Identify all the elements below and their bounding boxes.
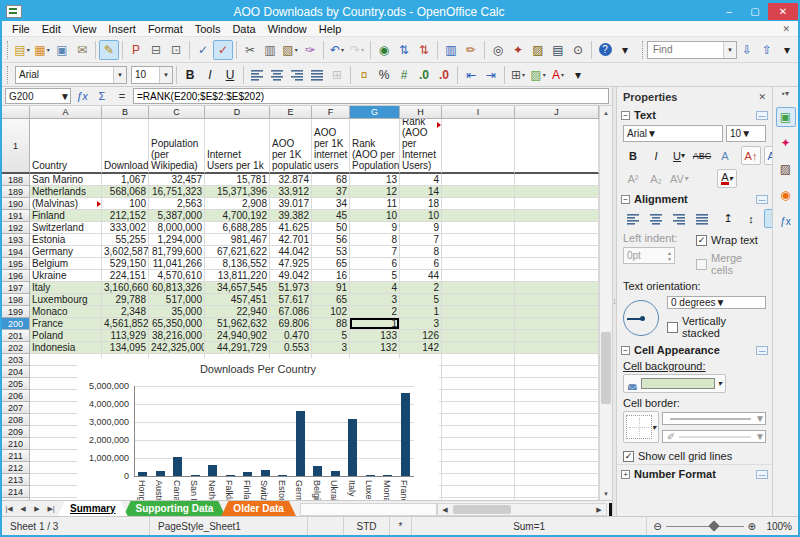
cell-C189[interactable]: 16,751,323: [149, 186, 205, 198]
cell-C199[interactable]: 35,000: [149, 306, 205, 318]
align-right-button[interactable]: [287, 65, 307, 85]
cell-J207[interactable]: [515, 402, 599, 414]
cell-F192[interactable]: 50: [312, 222, 350, 234]
cell-C188[interactable]: 32,457: [149, 174, 205, 186]
cell-A189[interactable]: Netherlands: [30, 186, 102, 198]
cell-F194[interactable]: 53: [312, 246, 350, 258]
cell-A192[interactable]: Switzerland: [30, 222, 102, 234]
cell-E200[interactable]: 69.806: [270, 318, 312, 330]
delete-decimal-place-button[interactable]: .0: [434, 65, 454, 85]
cell-D194[interactable]: 67,621,622: [205, 246, 270, 258]
embedded-chart[interactable]: Downloads Per Country5,000,0004,000,0003…: [77, 358, 439, 500]
styles-tab[interactable]: ✦: [776, 133, 796, 153]
sidebar-underline-button[interactable]: U▾: [669, 146, 689, 165]
cell-H201[interactable]: 126: [400, 330, 442, 342]
last-sheet-button[interactable]: ▶|: [44, 502, 58, 516]
vertically-stacked-checkbox[interactable]: Vertically stacked: [667, 315, 766, 339]
cell-F1[interactable]: AOO per 1K internet users: [312, 119, 350, 174]
italic-button[interactable]: I: [200, 65, 220, 85]
cell-C201[interactable]: 38,216,000: [149, 330, 205, 342]
cell-A190[interactable]: (Malvinas): [30, 198, 102, 210]
cell-I195[interactable]: [442, 258, 515, 270]
cell-D198[interactable]: 457,451: [205, 294, 270, 306]
cell-J213[interactable]: [515, 474, 599, 486]
close-document-icon[interactable]: ✕: [782, 24, 794, 34]
cell-J197[interactable]: [515, 282, 599, 294]
cell-J201[interactable]: [515, 330, 599, 342]
cell-H191[interactable]: 10: [400, 210, 442, 222]
cell-B188[interactable]: 1,067: [102, 174, 149, 186]
sidebar-italic-button[interactable]: I: [646, 146, 666, 165]
copy-button[interactable]: ▥: [260, 40, 280, 60]
row-header-200[interactable]: 200: [2, 318, 30, 330]
cell-I209[interactable]: [442, 426, 515, 438]
cell-H202[interactable]: 142: [400, 342, 442, 354]
row-header-209[interactable]: 209: [2, 426, 30, 438]
cell-J198[interactable]: [515, 294, 599, 306]
cell-I210[interactable]: [442, 438, 515, 450]
minimize-button[interactable]: –: [716, 3, 742, 20]
gallery-tab[interactable]: ▨: [776, 159, 796, 179]
cell-D197[interactable]: 34,657,545: [205, 282, 270, 294]
column-header-A[interactable]: A: [30, 106, 102, 119]
draw-functions-button[interactable]: ✏: [461, 40, 481, 60]
cell-D188[interactable]: 15,781: [205, 174, 270, 186]
find-dropdown-icon[interactable]: ▼: [723, 42, 736, 58]
selection-mode-indicator[interactable]: STD: [344, 517, 390, 535]
horizontal-scroll-thumb[interactable]: [453, 505, 511, 514]
decrease-font-button[interactable]: A↓: [764, 146, 772, 165]
cell-J214[interactable]: [515, 486, 599, 498]
menu-insert[interactable]: Insert: [102, 22, 142, 36]
sidebar-menu-icon[interactable]: ▪▾: [782, 89, 789, 101]
hyperlink-button[interactable]: ◉: [374, 40, 394, 60]
cell-C192[interactable]: 8,000,000: [149, 222, 205, 234]
sidebar-bold-button[interactable]: B: [623, 146, 643, 165]
gallery-button[interactable]: ▨: [528, 40, 548, 60]
borders-button[interactable]: ⊞▾: [508, 65, 528, 85]
border-line-style-combo[interactable]: ▼: [662, 412, 766, 425]
cell-G190[interactable]: 11: [350, 198, 400, 210]
cell-H188[interactable]: 4: [400, 174, 442, 186]
cell-I207[interactable]: [442, 402, 515, 414]
sheet-indicator[interactable]: Sheet 1 / 3: [2, 517, 150, 535]
cell-J190[interactable]: [515, 198, 599, 210]
column-header-J[interactable]: J: [515, 106, 599, 119]
menu-data[interactable]: Data: [226, 22, 261, 36]
cell-E1[interactable]: AOO per 1K population: [270, 119, 312, 174]
sidebar-align-justify-button[interactable]: [692, 209, 712, 228]
cell-J200[interactable]: [515, 318, 599, 330]
row-header-206[interactable]: 206: [2, 390, 30, 402]
export-pdf-button[interactable]: P: [126, 40, 146, 60]
cell-I213[interactable]: [442, 474, 515, 486]
sidebar-close-icon[interactable]: ✕: [758, 92, 766, 102]
cell-F191[interactable]: 45: [312, 210, 350, 222]
menu-view[interactable]: View: [67, 22, 103, 36]
left-indent-spinner[interactable]: 0pt ▲▼: [623, 247, 675, 264]
cell-J205[interactable]: [515, 378, 599, 390]
cell-E188[interactable]: 32.874: [270, 174, 312, 186]
cell-I189[interactable]: [442, 186, 515, 198]
name-box[interactable]: G200 ▼: [5, 88, 71, 104]
wrap-text-checkbox[interactable]: Wrap text: [696, 234, 766, 246]
collapse-icon[interactable]: −: [621, 195, 630, 204]
cell-D202[interactable]: 44,291,729: [205, 342, 270, 354]
cell-J194[interactable]: [515, 246, 599, 258]
cell-I198[interactable]: [442, 294, 515, 306]
cell-A202[interactable]: Indonesia: [30, 342, 102, 354]
find-previous-button[interactable]: ⇧: [757, 40, 777, 60]
cell-B1[interactable]: Downloads: [102, 119, 149, 174]
cell-B193[interactable]: 55,255: [102, 234, 149, 246]
cell-J209[interactable]: [515, 426, 599, 438]
cell-A1[interactable]: Country: [30, 119, 102, 174]
find-replace-button[interactable]: ◎: [488, 40, 508, 60]
find-input[interactable]: [651, 42, 723, 58]
undo-button[interactable]: ↶▾: [327, 40, 347, 60]
cell-H195[interactable]: 6: [400, 258, 442, 270]
cell-background-button[interactable]: ◛ ▾: [623, 374, 726, 393]
underline-button[interactable]: U: [220, 65, 240, 85]
cell-C196[interactable]: 4,570,610: [149, 270, 205, 282]
cell-I188[interactable]: [442, 174, 515, 186]
row-header-190[interactable]: 190: [2, 198, 30, 210]
row-header-207[interactable]: 207: [2, 402, 30, 414]
number-format-standard-button[interactable]: #: [394, 65, 414, 85]
